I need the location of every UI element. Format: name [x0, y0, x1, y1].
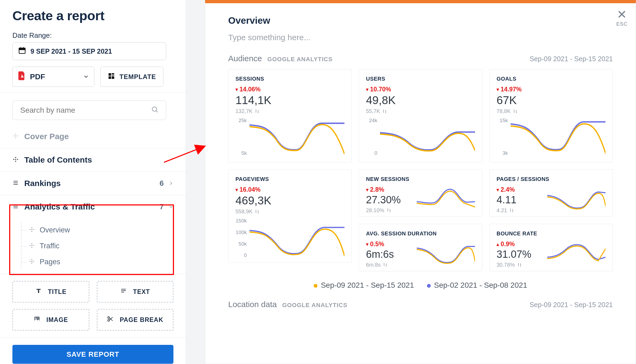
- svg-rect-8: [112, 76, 114, 79]
- compare-icon: [513, 109, 518, 114]
- card-avg-chart: [417, 241, 475, 267]
- date-range-field[interactable]: 9 SEP 2021 - 15 SEP 2021: [12, 42, 166, 60]
- subsection-pages[interactable]: Pages: [21, 254, 173, 270]
- audience-source: GOOGLE ANALYTICS: [267, 56, 333, 63]
- card-new-sessions[interactable]: NEW SESSIONS ▾2.8% 27.30% 28.10%: [359, 169, 482, 217]
- preview-title: Overview: [228, 15, 613, 26]
- svg-point-16: [13, 159, 14, 160]
- chevron-down-icon: [169, 202, 173, 211]
- text-icon: [120, 287, 127, 296]
- svg-point-41: [33, 261, 34, 262]
- card-pageviews-value: 469,3K: [235, 194, 344, 207]
- section-cover-page[interactable]: Cover Page: [0, 125, 186, 148]
- card-goals[interactable]: GOALS ▾14.97% 67K 78,8K 15k 3k: [489, 69, 613, 162]
- svg-point-33: [31, 243, 32, 244]
- list-icon: [12, 179, 19, 188]
- svg-point-20: [17, 159, 18, 160]
- down-arrow-icon: ▾: [497, 187, 499, 193]
- template-icon: [108, 72, 115, 81]
- insert-block-grid: TITLE TEXT IMAGE PAGE BREAK: [0, 274, 186, 338]
- svg-rect-5: [112, 73, 114, 74]
- card-avg-label: AVG. SESSION DURATION: [366, 231, 475, 237]
- card-bounce-rate[interactable]: BOUNCE RATE ▴0.9% 31.07% 30.78%: [489, 224, 613, 271]
- insert-page-break-button[interactable]: PAGE BREAK: [97, 309, 174, 331]
- card-pageviews[interactable]: PAGEVIEWS ▾16.04% 469,3K 558,9K 150k 100…: [228, 169, 352, 263]
- date-range-label: Date Range:: [12, 31, 173, 40]
- svg-point-18: [15, 159, 16, 160]
- template-button[interactable]: TEMPLATE: [100, 67, 163, 87]
- card-new-sessions-delta: 2.8%: [370, 186, 384, 193]
- save-report-button[interactable]: SAVE REPORT: [12, 345, 173, 364]
- subsection-overview[interactable]: Overview: [21, 222, 173, 238]
- drag-handle-icon: [29, 226, 35, 234]
- insert-image-button[interactable]: IMAGE: [12, 309, 89, 331]
- card-new-sessions-value: 27.30%: [366, 194, 412, 206]
- metric-row-2: PAGEVIEWS ▾16.04% 469,3K 558,9K 150k 100…: [228, 169, 613, 271]
- down-arrow-icon: ▾: [497, 87, 499, 92]
- card-sessions-label: SESSIONS: [235, 76, 344, 82]
- audience-title: Audience: [228, 54, 262, 63]
- panel-gap: [186, 0, 205, 364]
- section-analytics[interactable]: Analytics & Traffic 7: [0, 195, 186, 218]
- search-input[interactable]: [12, 101, 166, 120]
- legend-dot-b: [427, 284, 431, 288]
- svg-point-39: [31, 261, 32, 262]
- card-users-prev: 55,7K: [366, 108, 380, 114]
- section-rankings-count: 6: [159, 179, 164, 188]
- card-sessions-prev: 132,7K: [235, 108, 252, 114]
- card-sessions-delta: 14.06%: [240, 86, 261, 93]
- card-sessions[interactable]: SESSIONS ▾14.06% 114,1K 132,7K 25k 5k: [228, 69, 352, 162]
- preview-panel: ✕ ESC Overview Type something here... Au…: [205, 0, 636, 364]
- location-source: GOOGLE ANALYTICS: [282, 302, 347, 309]
- svg-point-15: [17, 135, 18, 136]
- section-rankings-label: Rankings: [24, 179, 61, 188]
- section-rankings[interactable]: Rankings 6: [0, 172, 186, 195]
- svg-point-31: [33, 229, 34, 230]
- drag-handle-icon: [12, 155, 19, 164]
- card-users[interactable]: USERS ▾10.70% 49,8K 55,7K 24k 0: [359, 69, 482, 162]
- calendar-icon: [18, 46, 26, 56]
- compare-icon: [517, 262, 522, 267]
- card-avg-delta: 0.5%: [370, 241, 384, 248]
- compare-icon: [255, 209, 259, 214]
- card-new-sessions-prev: 28.10%: [366, 207, 384, 214]
- down-arrow-icon: ▾: [366, 187, 368, 193]
- svg-point-36: [33, 245, 34, 246]
- card-users-ticks: 24k 0: [366, 116, 378, 157]
- card-avg-session[interactable]: AVG. SESSION DURATION ▾0.5% 6m:6s 6m:8s: [359, 224, 482, 271]
- card-pageviews-chart: [249, 217, 344, 259]
- location-date-range: Sep-09 2021 - Sep-15 2021: [529, 301, 613, 309]
- close-preview-button[interactable]: ✕ ESC: [616, 9, 628, 27]
- card-sessions-value: 114,1K: [235, 94, 344, 107]
- insert-title-button[interactable]: TITLE: [12, 281, 89, 303]
- section-list: Cover Page Table of Contents Rankings 6 …: [0, 125, 186, 274]
- insert-text-button[interactable]: TEXT: [97, 281, 174, 303]
- svg-point-35: [31, 247, 32, 248]
- search-icon: [151, 106, 159, 115]
- card-bounce-chart: [547, 241, 606, 267]
- card-sessions-chart: [249, 116, 344, 157]
- date-range-value: 9 SEP 2021 - 15 SEP 2021: [30, 47, 112, 55]
- svg-point-29: [31, 229, 32, 230]
- format-select[interactable]: PDF: [12, 67, 94, 87]
- close-icon: ✕: [616, 9, 628, 20]
- card-avg-prev: 6m:8s: [366, 262, 381, 268]
- card-pages-per-session[interactable]: PAGES / SESSIONS ▾2.4% 4.11 4.21: [489, 169, 613, 217]
- card-bounce-delta: 0.9%: [501, 241, 515, 248]
- svg-point-14: [15, 137, 16, 138]
- preview-body-placeholder[interactable]: Type something here...: [228, 33, 613, 42]
- list-icon: [12, 202, 19, 211]
- svg-point-38: [31, 259, 32, 260]
- section-toc[interactable]: Table of Contents: [0, 148, 186, 172]
- svg-point-9: [152, 107, 157, 111]
- section-analytics-children: Overview Traffic Pages: [0, 218, 186, 274]
- card-pps-delta: 2.4%: [501, 186, 515, 193]
- svg-point-11: [13, 135, 14, 136]
- card-bounce-prev: 30.78%: [497, 262, 515, 268]
- page-title: Create a report: [12, 8, 173, 23]
- svg-point-27: [30, 229, 31, 230]
- subsection-traffic[interactable]: Traffic: [21, 238, 173, 254]
- card-goals-ticks: 15k 3k: [497, 116, 509, 157]
- search-input-field[interactable]: [20, 106, 145, 115]
- compare-icon: [255, 109, 259, 114]
